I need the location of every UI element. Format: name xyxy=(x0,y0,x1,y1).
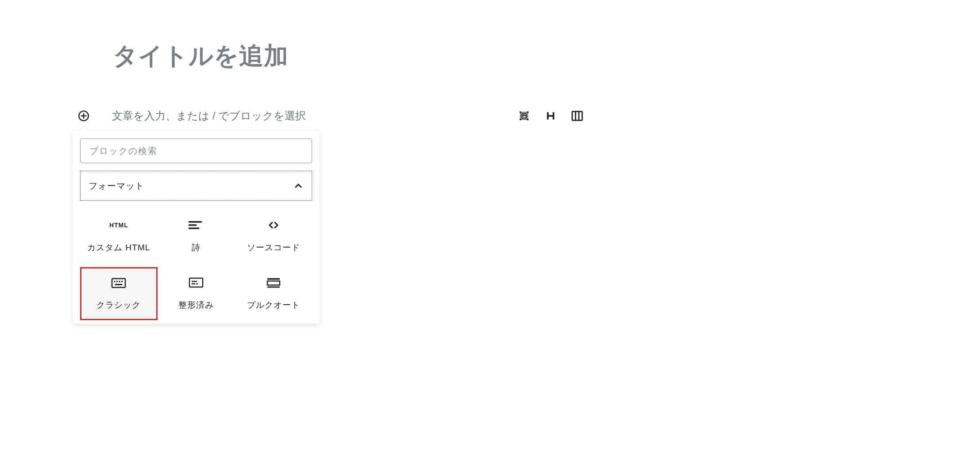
block-inserter-popover: フォーマット HTML カスタム HTML 詩 xyxy=(73,131,320,324)
group-icon xyxy=(517,109,531,123)
title-placeholder[interactable]: タイトルを追加 xyxy=(113,40,289,73)
pullquote-icon xyxy=(266,276,281,289)
verse-icon xyxy=(189,219,204,231)
content-row: 文章を入力、または / でブロックを選択 xyxy=(77,109,584,123)
category-header[interactable]: フォーマット xyxy=(80,171,312,201)
body-placeholder[interactable]: 文章を入力、または / でブロックを選択 xyxy=(112,109,584,123)
svg-rect-17 xyxy=(267,278,280,280)
block-label: 詩 xyxy=(192,242,201,253)
svg-rect-6 xyxy=(189,228,199,230)
block-suggestion-columns[interactable] xyxy=(570,109,584,123)
block-preformatted[interactable]: 整形済み xyxy=(158,267,235,320)
code-icon xyxy=(266,219,281,231)
svg-rect-9 xyxy=(116,281,118,282)
category-label: フォーマット xyxy=(89,180,144,192)
search-wrap xyxy=(73,131,320,171)
plus-circle-icon xyxy=(78,110,89,122)
search-input[interactable] xyxy=(80,138,312,163)
block-grid: HTML カスタム HTML 詩 ソースコード xyxy=(73,201,320,324)
block-classic[interactable]: クラシック xyxy=(80,267,158,320)
svg-rect-19 xyxy=(267,287,280,288)
svg-rect-5 xyxy=(189,224,197,226)
add-block-button[interactable] xyxy=(77,110,90,122)
svg-rect-13 xyxy=(189,278,203,287)
block-label: 整形済み xyxy=(178,299,214,311)
svg-rect-15 xyxy=(192,283,195,285)
block-suggestion-group[interactable] xyxy=(517,109,531,123)
svg-rect-10 xyxy=(119,281,120,282)
keyboard-icon xyxy=(111,276,126,289)
chevron-up-icon xyxy=(293,180,304,191)
svg-rect-11 xyxy=(121,281,123,282)
block-label: ソースコード xyxy=(247,242,300,253)
svg-rect-7 xyxy=(112,279,125,287)
svg-point-2 xyxy=(523,116,524,117)
block-suggestion-heading[interactable] xyxy=(544,109,558,123)
svg-rect-14 xyxy=(192,281,197,282)
svg-rect-4 xyxy=(189,221,202,223)
block-label: カスタム HTML xyxy=(87,242,150,253)
html-icon: HTML xyxy=(109,219,128,231)
block-custom-html[interactable]: HTML カスタム HTML xyxy=(80,210,158,263)
svg-rect-16 xyxy=(196,283,198,285)
block-label: クラシック xyxy=(96,299,141,311)
columns-icon xyxy=(571,109,584,123)
heading-icon xyxy=(546,111,556,121)
svg-rect-8 xyxy=(114,281,116,282)
block-code[interactable]: ソースコード xyxy=(235,210,312,263)
preformatted-icon xyxy=(189,276,204,289)
svg-rect-12 xyxy=(115,284,122,285)
block-verse[interactable]: 詩 xyxy=(158,210,235,263)
svg-rect-18 xyxy=(267,281,280,285)
block-label: プルクオート xyxy=(247,299,300,311)
block-pullquote[interactable]: プルクオート xyxy=(235,267,312,320)
svg-rect-3 xyxy=(572,111,583,120)
